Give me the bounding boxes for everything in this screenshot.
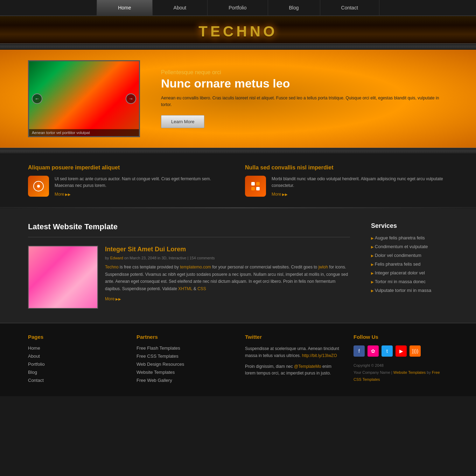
post-categories: 3D, Interactive [161,256,186,260]
svg-rect-4 [251,187,255,190]
feature-2-content: Morbi blandit nunc vitae odio volutpat h… [245,176,448,197]
feature-1-text: Ut sed lorem ac ante cursus auctor. Nam … [55,176,231,197]
footer-page-portfolio[interactable]: Portfolio [28,362,45,367]
sidebar-list: Augue felis pharetra felis Condimentum e… [371,235,448,293]
list-item: Integer placerat dolor vel [371,270,448,275]
feature-1-more[interactable]: More [55,192,71,197]
site-title: TECHNO [0,23,476,40]
nav-about[interactable]: About [153,0,208,15]
social-icons: f ✿ t ▶ )))) [354,345,448,357]
footer-twitter: Twitter Suspendisse at scelerisque urna.… [245,334,340,386]
main-nav: Home About Portfolio Blog Contact [0,0,476,16]
hero-section: ← → Aenean tortor vel porttitor volutpat… [0,50,476,148]
footer-partner-0[interactable]: Free Flash Templates [136,345,180,351]
footer-partners-list: Free Flash Templates Free CSS Templates … [136,345,231,383]
logo-divider [0,43,476,50]
content-divider [28,237,350,237]
footer-partners: Partners Free Flash Templates Free CSS T… [136,334,231,386]
footer-page-contact[interactable]: Contact [28,378,44,383]
footer-partner-1[interactable]: Free CSS Templates [136,354,178,359]
slide-next-button[interactable]: → [126,93,136,104]
hero-slideshow: ← → Aenean tortor vel porttitor volutpat [28,60,140,137]
content-left: Latest Website Template Integer Sit Amet… [28,222,350,309]
feature-2: Nulla sed convallis nisl imperdiet Morbi… [245,164,448,197]
footer-partner-3[interactable]: Website Templates [136,370,175,375]
post-link-templatemo[interactable]: templatemo.com [180,265,211,270]
feature-1: Aliquam posuere imperdiet aliquet Ut sed… [28,164,231,197]
footer-website-templates-link[interactable]: Website Templates [393,370,426,374]
feature-2-icon [245,176,266,197]
sidebar-link-1[interactable]: Condimentum et vulputate [375,244,428,249]
facebook-icon[interactable]: f [354,345,365,357]
sidebar-link-0[interactable]: Augue felis pharetra felis [375,235,425,240]
post-date: March 23, 2048 [130,256,156,260]
feature-2-more[interactable]: More [272,192,288,197]
footer-twitter-heading: Twitter [245,334,340,340]
svg-rect-2 [251,182,255,186]
post-link-jwloh[interactable]: jwloh [318,265,328,270]
sidebar: Services Augue felis pharetra felis Cond… [371,222,448,309]
feature-1-icon [28,176,49,197]
slide-prev-button[interactable]: ← [32,93,42,104]
hero-body: Aenean eu convallis libero. Cras iaculis… [161,95,448,108]
flickr-icon[interactable]: ✿ [368,345,379,357]
footer-partner-4[interactable]: Free Web Gallery [136,378,172,383]
slideshow-caption: Aenean tortor vel porttitor volutpat [29,129,139,136]
learn-more-button[interactable]: Learn More [161,115,204,128]
post-body: Techno is free css template provided by … [105,264,350,292]
footer-page-about[interactable]: About [28,354,40,359]
footer-twitter-link-2[interactable]: @TemplateMo [294,364,321,369]
post-author-link[interactable]: Edward [110,256,123,260]
features-section: Aliquam posuere imperdiet aliquet Ut sed… [0,154,476,208]
post-link-xhtml[interactable]: XHTML [178,286,192,291]
nav-home[interactable]: Home [97,0,152,15]
sidebar-link-2[interactable]: Dolor vel condimentum [375,253,421,258]
sidebar-link-4[interactable]: Integer placerat dolor vel [375,270,425,275]
twitter-icon[interactable]: t [382,345,393,357]
hero-heading: Nunc ornare metus leo [161,77,448,90]
main-content: Latest Website Template Integer Sit Amet… [0,208,476,323]
list-item: Felis pharetra felis sed [371,261,448,267]
sidebar-heading: Services [371,222,448,230]
footer-follow: Follow Us f ✿ t ▶ )))) Copyright © 2048 … [354,334,448,386]
footer-partners-heading: Partners [136,334,231,340]
list-item: Dolor vel condimentum [371,253,448,258]
svg-rect-5 [256,187,260,190]
footer-copy-line2: Your Company Name | Website Templates by… [354,369,448,383]
sidebar-link-3[interactable]: Felis pharetra felis sed [375,261,421,267]
svg-point-1 [37,185,40,188]
list-item: Condimentum et vulputate [371,244,448,249]
footer-partner-2[interactable]: Web Design Resources [136,362,184,367]
sidebar-link-6[interactable]: Vulputate tortor mi in massa [375,288,431,293]
post-link-css[interactable]: CSS [197,286,206,291]
post-comments: 154 comments [189,256,215,260]
feature-1-heading: Aliquam posuere imperdiet aliquet [28,164,231,171]
list-item: Augue felis pharetra felis [371,235,448,240]
footer-pages: Pages Home About Portfolio Blog Contact [28,334,122,386]
hero-text: Pellentesque neque orci Nunc ornare metu… [161,69,448,128]
nav-contact[interactable]: Contact [320,0,379,15]
footer-page-home[interactable]: Home [28,345,40,351]
footer-twitter-link-1[interactable]: http://bit.ly/13IwZO [302,353,337,358]
rss-icon[interactable]: )))) [410,345,421,357]
post-link-techno[interactable]: Techno [105,265,119,270]
footer-page-blog[interactable]: Blog [28,370,37,375]
slideshow-image [29,61,139,136]
feature-2-text: Morbi blandit nunc vitae odio volutpat h… [272,176,448,197]
nav-blog[interactable]: Blog [268,0,320,15]
post-title: Integer Sit Amet Dui Lorem [105,246,350,253]
hero-bottom-divider [0,148,476,154]
sidebar-link-5[interactable]: Tortor mi in massa donec [375,279,426,284]
footer-copyright: Copyright © 2048 Your Company Name | Web… [354,362,448,383]
list-item: Tortor mi in massa donec [371,279,448,284]
main-heading: Latest Website Template [28,222,350,231]
blog-image [28,246,98,309]
feature-2-heading: Nulla sed convallis nisl imperdiet [245,164,448,171]
logo-bar: TECHNO [0,16,476,43]
post-meta: by Edward on March 23, 2048 in 3D, Inter… [105,256,350,260]
post-more-link[interactable]: More [105,296,121,301]
feature-1-content: Ut sed lorem ac ante cursus auctor. Nam … [28,176,231,197]
nav-portfolio[interactable]: Portfolio [208,0,268,15]
footer-pages-list: Home About Portfolio Blog Contact [28,345,122,383]
youtube-icon[interactable]: ▶ [396,345,407,357]
